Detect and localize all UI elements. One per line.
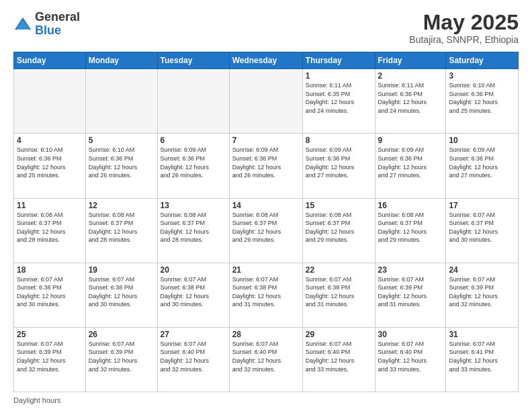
day-info: Sunrise: 6:10 AM Sunset: 6:36 PM Dayligh… — [449, 81, 515, 115]
page: General Blue May 2025 Butajira, SNNPR, E… — [0, 0, 532, 411]
day-number: 13 — [161, 201, 226, 210]
day-info: Sunrise: 6:07 AM Sunset: 6:39 PM Dayligh… — [449, 275, 515, 309]
day-number: 28 — [232, 330, 300, 339]
calendar-cell: 17Sunrise: 6:07 AM Sunset: 6:37 PM Dayli… — [446, 198, 519, 263]
footer-note: Daylight hours — [13, 396, 519, 404]
calendar-cell: 19Sunrise: 6:07 AM Sunset: 6:38 PM Dayli… — [85, 263, 157, 327]
day-number: 26 — [89, 330, 154, 339]
day-number: 1 — [306, 71, 372, 81]
calendar-cell — [85, 69, 157, 134]
day-number: 14 — [232, 201, 300, 210]
header-row: SundayMondayTuesdayWednesdayThursdayFrid… — [14, 52, 519, 69]
calendar-table: SundayMondayTuesdayWednesdayThursdayFrid… — [13, 52, 519, 392]
day-number: 2 — [378, 71, 443, 81]
week-row-4: 18Sunrise: 6:07 AM Sunset: 6:38 PM Dayli… — [14, 263, 519, 327]
logo-general: General — [35, 10, 80, 24]
day-info: Sunrise: 6:08 AM Sunset: 6:37 PM Dayligh… — [306, 211, 372, 244]
calendar-cell: 13Sunrise: 6:08 AM Sunset: 6:37 PM Dayli… — [157, 198, 229, 263]
calendar-cell: 27Sunrise: 6:07 AM Sunset: 6:40 PM Dayli… — [157, 327, 229, 392]
day-header-saturday: Saturday — [446, 52, 519, 69]
week-row-3: 11Sunrise: 6:08 AM Sunset: 6:37 PM Dayli… — [14, 198, 519, 263]
calendar-cell: 12Sunrise: 6:08 AM Sunset: 6:37 PM Dayli… — [85, 198, 157, 263]
day-number: 21 — [232, 265, 300, 275]
calendar-cell: 10Sunrise: 6:09 AM Sunset: 6:36 PM Dayli… — [446, 134, 519, 198]
day-number: 4 — [17, 136, 83, 145]
daylight-hours-label: Daylight hours — [13, 396, 60, 404]
day-number: 9 — [378, 136, 443, 145]
calendar-cell: 2Sunrise: 6:11 AM Sunset: 6:36 PM Daylig… — [375, 69, 446, 134]
day-info: Sunrise: 6:08 AM Sunset: 6:37 PM Dayligh… — [232, 211, 300, 244]
day-info: Sunrise: 6:09 AM Sunset: 6:36 PM Dayligh… — [232, 146, 300, 179]
calendar-cell: 11Sunrise: 6:08 AM Sunset: 6:37 PM Dayli… — [14, 198, 86, 263]
day-info: Sunrise: 6:07 AM Sunset: 6:38 PM Dayligh… — [89, 275, 154, 309]
day-info: Sunrise: 6:09 AM Sunset: 6:36 PM Dayligh… — [306, 146, 372, 179]
calendar-cell: 23Sunrise: 6:07 AM Sunset: 6:39 PM Dayli… — [375, 263, 446, 327]
day-number: 29 — [306, 330, 372, 339]
day-number: 6 — [161, 136, 226, 145]
calendar-cell: 3Sunrise: 6:10 AM Sunset: 6:36 PM Daylig… — [446, 69, 519, 134]
calendar-cell — [14, 69, 86, 134]
calendar-cell — [229, 69, 302, 134]
day-info: Sunrise: 6:08 AM Sunset: 6:37 PM Dayligh… — [161, 211, 226, 244]
day-info: Sunrise: 6:07 AM Sunset: 6:40 PM Dayligh… — [378, 340, 443, 373]
day-number: 19 — [89, 265, 154, 275]
day-info: Sunrise: 6:07 AM Sunset: 6:39 PM Dayligh… — [89, 340, 154, 373]
logo-icon — [13, 15, 32, 34]
day-number: 25 — [17, 330, 83, 339]
day-header-thursday: Thursday — [302, 52, 375, 69]
week-row-5: 25Sunrise: 6:07 AM Sunset: 6:39 PM Dayli… — [14, 327, 519, 392]
day-number: 7 — [232, 136, 300, 145]
calendar-cell: 5Sunrise: 6:10 AM Sunset: 6:36 PM Daylig… — [85, 134, 157, 198]
day-info: Sunrise: 6:07 AM Sunset: 6:39 PM Dayligh… — [378, 275, 443, 309]
week-row-1: 1Sunrise: 6:11 AM Sunset: 6:35 PM Daylig… — [14, 69, 519, 134]
calendar-cell: 1Sunrise: 6:11 AM Sunset: 6:35 PM Daylig… — [302, 69, 375, 134]
calendar-cell: 16Sunrise: 6:08 AM Sunset: 6:37 PM Dayli… — [375, 198, 446, 263]
calendar-cell: 24Sunrise: 6:07 AM Sunset: 6:39 PM Dayli… — [446, 263, 519, 327]
day-info: Sunrise: 6:08 AM Sunset: 6:37 PM Dayligh… — [378, 211, 443, 244]
day-number: 10 — [449, 136, 515, 145]
calendar-cell: 29Sunrise: 6:07 AM Sunset: 6:40 PM Dayli… — [302, 327, 375, 392]
day-info: Sunrise: 6:07 AM Sunset: 6:38 PM Dayligh… — [306, 275, 372, 309]
day-info: Sunrise: 6:09 AM Sunset: 6:36 PM Dayligh… — [161, 146, 226, 179]
calendar-cell: 25Sunrise: 6:07 AM Sunset: 6:39 PM Dayli… — [14, 327, 86, 392]
calendar-cell: 14Sunrise: 6:08 AM Sunset: 6:37 PM Dayli… — [229, 198, 302, 263]
day-info: Sunrise: 6:07 AM Sunset: 6:40 PM Dayligh… — [306, 340, 372, 373]
logo-blue: Blue — [35, 24, 61, 37]
day-number: 12 — [89, 201, 154, 210]
day-info: Sunrise: 6:09 AM Sunset: 6:36 PM Dayligh… — [449, 146, 515, 179]
title-block: May 2025 Butajira, SNNPR, Ethiopia — [409, 11, 519, 45]
day-info: Sunrise: 6:07 AM Sunset: 6:41 PM Dayligh… — [449, 340, 515, 373]
calendar-cell — [157, 69, 229, 134]
calendar-cell: 28Sunrise: 6:07 AM Sunset: 6:40 PM Dayli… — [229, 327, 302, 392]
calendar-cell: 21Sunrise: 6:07 AM Sunset: 6:38 PM Dayli… — [229, 263, 302, 327]
day-info: Sunrise: 6:07 AM Sunset: 6:38 PM Dayligh… — [17, 275, 83, 309]
calendar-cell: 8Sunrise: 6:09 AM Sunset: 6:36 PM Daylig… — [302, 134, 375, 198]
day-info: Sunrise: 6:07 AM Sunset: 6:38 PM Dayligh… — [232, 275, 300, 309]
day-info: Sunrise: 6:07 AM Sunset: 6:39 PM Dayligh… — [17, 340, 83, 373]
day-number: 8 — [306, 136, 372, 145]
day-number: 22 — [306, 265, 372, 275]
day-number: 17 — [449, 201, 515, 210]
month-title: May 2025 — [409, 11, 519, 34]
calendar-cell: 6Sunrise: 6:09 AM Sunset: 6:36 PM Daylig… — [157, 134, 229, 198]
day-info: Sunrise: 6:11 AM Sunset: 6:35 PM Dayligh… — [306, 81, 372, 115]
calendar-cell: 20Sunrise: 6:07 AM Sunset: 6:38 PM Dayli… — [157, 263, 229, 327]
day-number: 31 — [449, 330, 515, 339]
day-number: 3 — [449, 71, 515, 81]
day-number: 24 — [449, 265, 515, 275]
day-info: Sunrise: 6:07 AM Sunset: 6:40 PM Dayligh… — [161, 340, 226, 373]
day-header-friday: Friday — [375, 52, 446, 69]
day-number: 5 — [89, 136, 154, 145]
calendar-cell: 18Sunrise: 6:07 AM Sunset: 6:38 PM Dayli… — [14, 263, 86, 327]
logo: General Blue — [13, 11, 80, 38]
day-header-wednesday: Wednesday — [229, 52, 302, 69]
day-header-sunday: Sunday — [14, 52, 86, 69]
calendar-cell: 9Sunrise: 6:09 AM Sunset: 6:36 PM Daylig… — [375, 134, 446, 198]
day-header-monday: Monday — [85, 52, 157, 69]
calendar-cell: 15Sunrise: 6:08 AM Sunset: 6:37 PM Dayli… — [302, 198, 375, 263]
header: General Blue May 2025 Butajira, SNNPR, E… — [13, 11, 519, 45]
calendar-cell: 30Sunrise: 6:07 AM Sunset: 6:40 PM Dayli… — [375, 327, 446, 392]
day-number: 23 — [378, 265, 443, 275]
location-subtitle: Butajira, SNNPR, Ethiopia — [409, 34, 519, 45]
calendar-cell: 22Sunrise: 6:07 AM Sunset: 6:38 PM Dayli… — [302, 263, 375, 327]
